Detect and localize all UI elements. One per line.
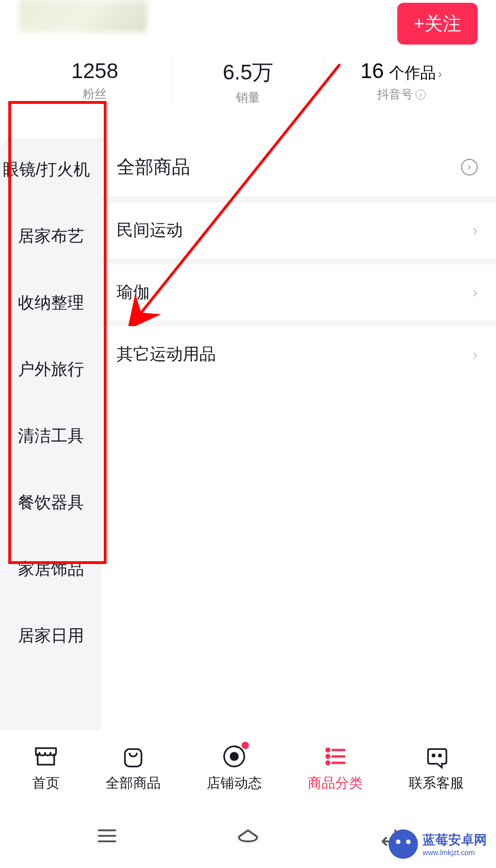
nav-all-products[interactable]: 全部商品	[106, 744, 161, 793]
stat-label: 粉丝	[83, 86, 107, 102]
stats-row: 1258 粉丝 6.5万 销量 16 个作品› 抖音号 ♪	[18, 58, 478, 124]
sidebar-item[interactable]: 户外旅行	[0, 336, 102, 403]
section-title: 全部商品	[117, 154, 190, 180]
svg-point-4	[327, 749, 329, 751]
section-header[interactable]: 全部商品 ›	[102, 138, 496, 196]
category-item[interactable]: 其它运动用品 ›	[102, 320, 496, 382]
stat-value: 16 个作品›	[361, 58, 442, 84]
content-area: 眼镜/打火机 居家布艺 收纳整理 户外旅行 清洁工具 餐饮器具 家居饰品 居家日…	[0, 138, 496, 800]
category-item[interactable]: 瑜伽 ›	[102, 258, 496, 320]
chevron-right-icon: ›	[473, 222, 478, 239]
nav-store-updates[interactable]: 店铺动态	[207, 744, 262, 793]
sidebar-item[interactable]: 眼镜/打火机	[0, 138, 102, 203]
nav-contact[interactable]: 联系客服	[409, 744, 464, 793]
category-label: 瑜伽	[117, 281, 150, 304]
chevron-right-circle-icon: ›	[461, 159, 478, 175]
disc-icon	[221, 744, 247, 769]
watermark: 蓝莓安卓网 www.lmkjzt.com	[389, 829, 487, 859]
avatar-blurred	[18, 0, 147, 32]
nav-categories[interactable]: 商品分类	[308, 744, 363, 793]
chevron-right-icon: ›	[473, 346, 478, 363]
store-icon	[33, 744, 59, 769]
stat-value: 6.5万	[223, 58, 273, 87]
nav-label: 首页	[32, 774, 60, 793]
stat-works[interactable]: 16 个作品› 抖音号 ♪	[325, 58, 478, 106]
svg-point-11	[439, 755, 441, 757]
chat-icon	[423, 744, 449, 769]
nav-home[interactable]: 首页	[32, 744, 60, 793]
stat-sales[interactable]: 6.5万 销量	[172, 58, 325, 106]
nav-label: 店铺动态	[207, 774, 262, 793]
category-sidebar: 眼镜/打火机 居家布艺 收纳整理 户外旅行 清洁工具 餐饮器具 家居饰品 居家日…	[0, 138, 102, 800]
svg-point-3	[231, 753, 238, 760]
svg-rect-1	[125, 749, 141, 767]
bottom-nav: 首页 全部商品 店铺动态	[0, 730, 496, 804]
sidebar-item[interactable]: 居家布艺	[0, 203, 102, 270]
sidebar-item[interactable]: 居家日用	[0, 603, 102, 669]
system-menu-button[interactable]	[89, 817, 125, 854]
category-label: 其它运动用品	[117, 343, 216, 366]
watermark-title: 蓝莓安卓网	[423, 831, 487, 849]
stat-value: 1258	[71, 58, 118, 83]
svg-point-10	[433, 755, 435, 757]
svg-point-8	[327, 761, 329, 764]
stat-label: 销量	[236, 90, 260, 106]
stat-label: 抖音号 ♪	[377, 86, 426, 102]
sidebar-item[interactable]: 清洁工具	[0, 403, 102, 469]
chevron-right-icon: ›	[438, 67, 442, 81]
nav-label: 商品分类	[308, 774, 363, 793]
follow-button[interactable]: +关注	[397, 3, 478, 45]
sidebar-item[interactable]: 餐饮器具	[0, 469, 102, 536]
svg-point-6	[327, 755, 329, 758]
notification-dot-icon	[242, 742, 249, 749]
list-icon	[322, 744, 348, 769]
nav-label: 全部商品	[106, 774, 161, 793]
bag-icon	[120, 744, 146, 769]
main-panel: 全部商品 › 民间运动 › 瑜伽 › 其它运动用品 ›	[102, 138, 496, 800]
nav-label: 联系客服	[409, 774, 464, 793]
category-item[interactable]: 民间运动 ›	[102, 196, 496, 258]
sidebar-item[interactable]: 家居饰品	[0, 536, 102, 603]
system-home-button[interactable]	[230, 817, 266, 854]
stat-followers[interactable]: 1258 粉丝	[18, 58, 172, 106]
watermark-logo-icon	[389, 829, 418, 859]
category-label: 民间运动	[117, 219, 183, 242]
watermark-sub: www.lmkjzt.com	[423, 849, 475, 857]
profile-header: +关注 1258 粉丝 6.5万 销量 16 个作品› 抖音号 ♪	[0, 0, 496, 124]
sidebar-item[interactable]: 收纳整理	[0, 270, 102, 336]
douyin-icon: ♪	[416, 90, 426, 100]
chevron-right-icon: ›	[473, 284, 478, 301]
